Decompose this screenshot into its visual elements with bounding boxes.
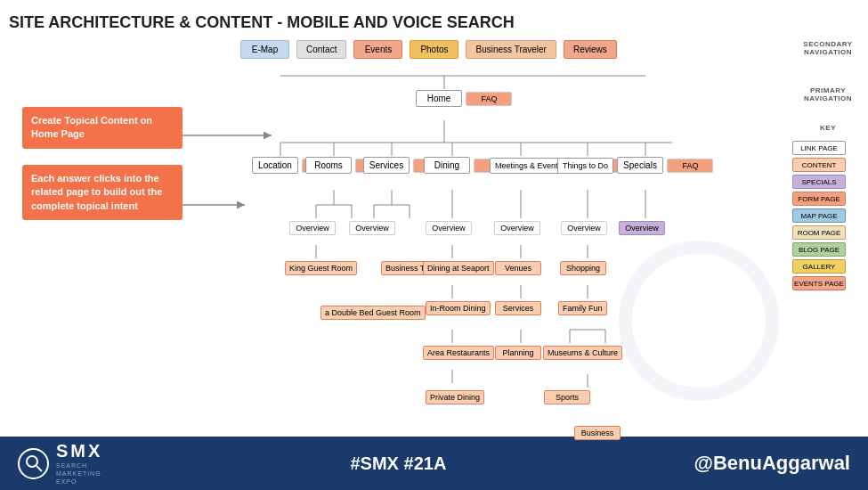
rooms-king-node: King Guest Room xyxy=(285,258,357,275)
dining-inroom-label: In-Room Dining xyxy=(426,301,491,315)
svg-point-43 xyxy=(27,456,37,467)
annotation-clicks: Each answer clicks into the related page… xyxy=(22,165,183,220)
things-business-node: Business xyxy=(574,423,621,440)
legend-box-room: ROOM PAGE xyxy=(792,225,846,240)
home-node: Home FAQ xyxy=(416,89,512,107)
primary-nav-label: PRIMARY NAVIGATION xyxy=(792,86,864,102)
services-overview-node: Overview xyxy=(349,218,395,235)
things-museums-label: Museums & Culture xyxy=(543,346,622,360)
legend-box-form: FORM PAGE xyxy=(792,192,846,206)
legend-room-page: ROOM PAGE xyxy=(792,225,864,240)
search-icon xyxy=(24,453,44,473)
things-sports-node: Sports xyxy=(544,388,590,404)
rooms-overview-label: Overview xyxy=(289,221,336,235)
things-business-label: Business xyxy=(574,426,621,440)
meetings-services-node: Services xyxy=(495,298,541,315)
legend-box-blog: BLOG PAGE xyxy=(792,242,846,257)
dining-private-label: Private Dining xyxy=(426,390,484,404)
rooms-double-label: a Double Bed Guest Room xyxy=(320,306,426,320)
legend-events-page: EVENTS PAGE xyxy=(792,276,864,290)
nav-biz-traveler[interactable]: Business Traveler xyxy=(466,40,556,59)
things-overview-label: Overview xyxy=(561,221,607,235)
footer: SMX SEARCHMARKETINGEXPO #SMX #21A @BenuA… xyxy=(0,437,868,490)
dining-overview-label: Overview xyxy=(426,221,472,235)
location-label: Location xyxy=(252,157,298,174)
things-overview-node: Overview xyxy=(561,218,607,235)
footer-brand-main: SMX xyxy=(56,441,102,461)
rooms-overview-node: Overview xyxy=(289,218,336,235)
svg-line-44 xyxy=(37,466,42,471)
dining-overview-node: Overview xyxy=(426,218,472,235)
smx-text: SMX xyxy=(56,441,102,461)
home-faq: FAQ xyxy=(466,92,512,106)
things-shopping-label: Shopping xyxy=(560,261,606,275)
rooms-label: Rooms xyxy=(305,157,352,174)
legend-box-events: EVENTS PAGE xyxy=(792,276,846,290)
dining-label: Dining xyxy=(424,157,470,174)
things-shopping-node: Shopping xyxy=(560,258,606,275)
things-sports-label: Sports xyxy=(544,390,590,404)
legend-map-page: MAP PAGE xyxy=(792,208,864,223)
specials-overview-label: Overview xyxy=(619,221,665,235)
legend-gallery-page: GALLERY PAGE xyxy=(792,259,864,274)
legend-box-map: MAP PAGE xyxy=(792,208,846,223)
legend-link-page: LINK PAGE xyxy=(792,141,864,155)
main-content: SITE ARCHITECTURE & CONTENT - MOBILE AND… xyxy=(0,0,868,437)
dining-seaport-label: Dining at Seaport xyxy=(423,261,494,275)
meetings-overview-label: Overview xyxy=(494,221,540,235)
legend-box-specials: SPECIALS xyxy=(792,175,846,189)
dining-area-node: Area Restaurants xyxy=(423,343,494,360)
dining-private-node: Private Dining xyxy=(426,388,484,404)
legend-specials-page: SPECIALS xyxy=(792,175,864,189)
rooms-king-label: King Guest Room xyxy=(285,261,357,275)
footer-handle: @BenuAggarwal xyxy=(694,452,850,475)
meetings-label: Meetings & Events xyxy=(490,158,567,174)
things-family-label: Family Fun xyxy=(558,301,607,315)
meetings-planning-node: Planning xyxy=(495,343,541,360)
services-overview-label: Overview xyxy=(349,221,395,235)
specials-overview-node: Overview xyxy=(619,218,665,235)
meetings-venues-node: Venues xyxy=(495,258,541,275)
nav-emap[interactable]: E-Map xyxy=(240,40,289,59)
things-family-node: Family Fun xyxy=(558,298,607,315)
legend-box-content: CONTENT PAGE xyxy=(792,158,846,172)
meetings-overview-node: Overview xyxy=(494,218,540,235)
specials-node: Specials FAQ xyxy=(617,156,713,174)
things-museums-node: Museums & Culture xyxy=(543,343,622,360)
specials-faq: FAQ xyxy=(667,159,713,173)
sitemap-area: Home FAQ Location FAQ Rooms FAQ Overview… xyxy=(236,67,761,441)
meetings-services-label: Services xyxy=(495,301,541,315)
footer-hashtag: #SMX #21A xyxy=(351,453,447,474)
legend-blog-page: BLOG PAGE xyxy=(792,242,864,257)
legend-box-link: LINK PAGE xyxy=(792,141,846,155)
home-label: Home xyxy=(416,90,462,107)
rooms-double-node: a Double Bed Guest Room xyxy=(320,303,426,320)
nav-contact[interactable]: Contact xyxy=(296,40,346,59)
smx-logo-icon xyxy=(18,448,49,479)
secondary-nav: E-Map Contact Events Photos Business Tra… xyxy=(240,40,617,59)
services-label: Services xyxy=(363,157,410,174)
nav-photos[interactable]: Photos xyxy=(410,40,458,59)
meetings-planning-label: Planning xyxy=(495,346,541,360)
legend-form-page: FORM PAGE xyxy=(792,192,864,206)
footer-logo-group: SMX SEARCHMARKETINGEXPO xyxy=(18,441,102,486)
legend-box-gallery: GALLERY PAGE xyxy=(792,259,846,274)
key-label: KEY xyxy=(792,124,864,132)
specials-label: Specials xyxy=(617,157,663,174)
dining-inroom-node: In-Room Dining xyxy=(426,298,491,315)
meetings-venues-label: Venues xyxy=(495,261,541,275)
footer-brand-sub: SEARCHMARKETINGEXPO xyxy=(56,461,102,486)
legend-content-page: CONTENT PAGE xyxy=(792,158,864,172)
connector-lines xyxy=(236,67,761,441)
secondary-nav-label: SECONDARY NAVIGATION xyxy=(792,40,864,56)
nav-events[interactable]: Events xyxy=(353,40,402,59)
nav-reviews[interactable]: Reviews xyxy=(564,40,617,59)
footer-brand-area: SMX SEARCHMARKETINGEXPO xyxy=(56,441,102,486)
page-title: SITE ARCHITECTURE & CONTENT - MOBILE AND… xyxy=(9,9,859,37)
annotation-topical: Create Topical Content on Home Page xyxy=(22,107,183,149)
dining-seaport-node: Dining at Seaport xyxy=(423,258,494,275)
dining-area-label: Area Restaurants xyxy=(423,346,494,360)
things-label: Things to Do xyxy=(557,158,613,174)
legend-panel: SECONDARY NAVIGATION PRIMARY NAVIGATION … xyxy=(792,40,864,293)
